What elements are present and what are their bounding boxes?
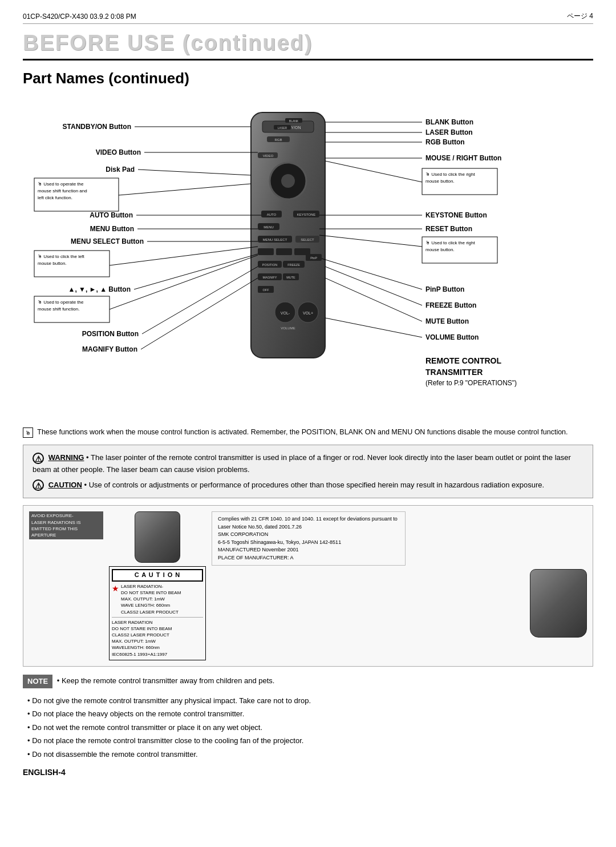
caution-title: CAUTION xyxy=(48,481,82,489)
svg-line-70 xyxy=(142,267,258,334)
svg-text:PinP: PinP xyxy=(310,256,317,260)
svg-text:KEYSTONE: KEYSTONE xyxy=(297,213,316,216)
compliance-box: Complies with 21 CFR 1040. 10 and 1040. … xyxy=(212,511,406,566)
svg-text:REMOTE CONTROL: REMOTE CONTROL xyxy=(425,356,501,365)
caution-main-label: C A U T I O N ★ LASER RADIATION- DO NOT … xyxy=(109,566,206,660)
svg-text:OFF: OFF xyxy=(263,288,270,292)
svg-text:VOLUME Button: VOLUME Button xyxy=(425,333,479,341)
caution-section: ⚠ CAUTION • Use of controls or adjustmen… xyxy=(33,479,583,491)
page-indicator: ページ 4 xyxy=(567,11,593,21)
laser-radiation-text: ★ LASER RADIATION- DO NOT STARE INTO BEA… xyxy=(112,583,203,658)
svg-text:SELECT: SELECT xyxy=(301,238,314,241)
svg-text:FREEZE: FREEZE xyxy=(287,263,300,267)
svg-text:VIDEO Button: VIDEO Button xyxy=(96,148,141,156)
svg-text:MENU: MENU xyxy=(264,225,274,229)
list-item: Do not wet the remote control transmitte… xyxy=(27,721,593,734)
svg-text:mouse button.: mouse button. xyxy=(425,247,455,252)
svg-text:MENU Button: MENU Button xyxy=(90,225,134,233)
note-badge: NOTE xyxy=(23,675,52,688)
svg-rect-24 xyxy=(276,248,292,255)
svg-rect-23 xyxy=(258,248,274,255)
svg-text:▲, ▼, ►, ▲ Button: ▲, ▼, ►, ▲ Button xyxy=(68,285,131,293)
svg-text:VOL+: VOL+ xyxy=(303,311,313,315)
svg-text:MUTE Button: MUTE Button xyxy=(425,317,469,325)
remote-image-left xyxy=(135,511,180,563)
svg-text:LASER Button: LASER Button xyxy=(425,128,473,136)
svg-text:Disk Pad: Disk Pad xyxy=(106,166,135,174)
svg-text:(Refer to P.9 "OPERATIONS"): (Refer to P.9 "OPERATIONS") xyxy=(425,379,517,387)
svg-line-72 xyxy=(141,278,258,349)
svg-line-53 xyxy=(119,184,251,195)
svg-text:MAGNIFY Button: MAGNIFY Button xyxy=(82,345,137,353)
svg-line-63 xyxy=(110,247,258,265)
svg-line-69 xyxy=(110,255,258,309)
warning-title: WARNING xyxy=(48,453,84,462)
svg-text:VIDEO: VIDEO xyxy=(263,154,274,158)
remote-control-graphic: STANDBY/ON BLANK LASER RGB VIDEO AUTO KE… xyxy=(251,112,325,358)
caution-text: • Use of controls or adjustments or perf… xyxy=(84,481,544,489)
svg-text:LASER: LASER xyxy=(278,126,287,130)
avoid-exposure-text: AVOID EXPOSURE-LASER RADIATIONS ISEMITTE… xyxy=(29,511,103,539)
warning-section: ⚠ WARNING • The laser pointer of the rem… xyxy=(33,452,583,476)
svg-line-100 xyxy=(325,318,422,337)
list-item: Do not place the remote control transmit… xyxy=(27,734,593,747)
svg-line-94 xyxy=(322,259,422,289)
svg-text:RGB Button: RGB Button xyxy=(425,138,465,146)
svg-text:VOLUME: VOLUME xyxy=(281,326,295,330)
list-item: Do not disassemble the remote control tr… xyxy=(27,748,593,761)
list-item: Do not place the heavy objects on the re… xyxy=(27,707,593,720)
remote-caution-group: C A U T I O N ★ LASER RADIATION- DO NOT … xyxy=(109,511,206,660)
svg-text:left click function.: left click function. xyxy=(38,195,72,200)
file-info: 01CP-S420/CP-X430 03.9.2 0:08 PM xyxy=(23,13,136,21)
svg-text:TRANSMITTER: TRANSMITTER xyxy=(425,368,483,377)
footnote-text: These functions work when the mouse cont… xyxy=(37,428,568,436)
svg-text:BLANK: BLANK xyxy=(289,119,299,123)
diagram-svg: STANDBY/ON BLANK LASER RGB VIDEO AUTO KE… xyxy=(23,95,593,415)
svg-text:🖱 Used to click the right: 🖱 Used to click the right xyxy=(425,172,475,177)
svg-text:MENU SELECT Button: MENU SELECT Button xyxy=(71,237,144,245)
caution-label-area: AVOID EXPOSURE-LASER RADIATIONS ISEMITTE… xyxy=(23,505,593,666)
page-header: 01CP-S420/CP-X430 03.9.2 0:08 PM ページ 4 xyxy=(23,11,593,24)
svg-text:mouse button.: mouse button. xyxy=(425,179,455,184)
svg-text:STANDBY/ON Button: STANDBY/ON Button xyxy=(63,123,131,131)
svg-text:POSITION Button: POSITION Button xyxy=(82,330,139,338)
svg-text:FREEZE Button: FREEZE Button xyxy=(425,301,476,309)
svg-text:KEYSTONE Button: KEYSTONE Button xyxy=(425,211,487,219)
svg-text:mouse button.: mouse button. xyxy=(38,261,67,266)
svg-line-85 xyxy=(325,161,422,182)
caution-box-title: C A U T I O N xyxy=(112,569,203,581)
section-title: Part Names (continued) xyxy=(23,70,593,87)
bullet-list: Do not give the remote control transmitt… xyxy=(23,694,593,761)
svg-text:🖱 Used to click the left: 🖱 Used to click the left xyxy=(38,254,85,259)
remote-image-right xyxy=(530,569,587,638)
svg-text:POSITION: POSITION xyxy=(262,263,277,267)
footnote: 🖱 These functions work when the mouse co… xyxy=(23,426,593,438)
compliance-text: Complies with 21 CFR 1040. 10 and 1040. … xyxy=(218,515,399,562)
warning-text: • The laser pointer of the remote contro… xyxy=(33,453,571,474)
note-box: NOTE • Keep the remote control transmitt… xyxy=(23,675,593,688)
svg-text:VOL-: VOL- xyxy=(281,311,290,315)
warning-caution-box: ⚠ WARNING • The laser pointer of the rem… xyxy=(23,445,593,498)
svg-line-47 xyxy=(138,170,251,175)
svg-text:mouse shift function.: mouse shift function. xyxy=(38,306,79,312)
svg-text:AUTO Button: AUTO Button xyxy=(90,211,133,219)
svg-point-12 xyxy=(281,174,295,188)
svg-line-93 xyxy=(319,235,422,247)
list-item: Do not give the remote control transmitt… xyxy=(27,694,593,707)
svg-text:🖱 Used to operate the: 🖱 Used to operate the xyxy=(38,182,84,187)
svg-text:MAGNIFY: MAGNIFY xyxy=(262,276,277,279)
svg-text:RESET Button: RESET Button xyxy=(425,225,472,233)
svg-text:RGB: RGB xyxy=(274,138,282,142)
svg-text:MENU SELECT: MENU SELECT xyxy=(263,238,287,241)
svg-text:MOUSE / RIGHT Button: MOUSE / RIGHT Button xyxy=(425,154,501,162)
compliance-area: Complies with 21 CFR 1040. 10 and 1040. … xyxy=(212,511,587,638)
svg-text:MUTE: MUTE xyxy=(286,276,295,279)
svg-line-64 xyxy=(134,254,258,289)
warning-triangle-icon: ⚠ xyxy=(33,453,44,464)
svg-text:mouse shift function and: mouse shift function and xyxy=(38,188,87,193)
caution-triangle-icon: ⚠ xyxy=(33,479,44,491)
svg-text:🖱 Used to operate the: 🖱 Used to operate the xyxy=(38,300,84,305)
avoid-exposure-sticker: AVOID EXPOSURE-LASER RADIATIONS ISEMITTE… xyxy=(29,511,103,541)
svg-text:AUTO: AUTO xyxy=(267,213,277,216)
note-first-bullet: • Keep the remote control transmitter aw… xyxy=(57,676,275,685)
